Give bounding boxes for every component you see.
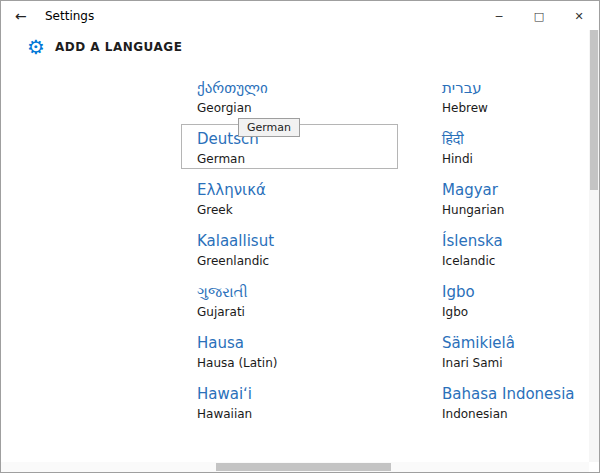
maximize-button[interactable]: □ xyxy=(519,1,559,31)
horizontal-scrollbar-thumb[interactable] xyxy=(216,463,391,471)
language-english-name: Inari Sami xyxy=(442,356,600,371)
language-native-name: हिंदी xyxy=(442,129,600,150)
language-native-name: Hausa xyxy=(197,333,382,354)
minimize-button[interactable]: ─ xyxy=(479,1,519,31)
page-header: ⚙ ADD A LANGUAGE xyxy=(1,31,599,63)
language-english-name: Indonesian xyxy=(442,407,600,422)
language-english-name: Igbo xyxy=(442,305,600,320)
language-english-name: Greenlandic xyxy=(197,254,382,269)
language-native-name: ქართული xyxy=(197,78,382,99)
language-english-name: Hebrew xyxy=(442,101,600,116)
language-english-name: Hungarian xyxy=(442,203,600,218)
language-tile-hawaiian[interactable]: Hawaiʻi Hawaiian xyxy=(181,379,398,424)
language-tile-gujarati[interactable]: ગુજરાતી Gujarati xyxy=(181,277,398,322)
language-tile-hindi[interactable]: हिंदी Hindi xyxy=(426,124,600,169)
language-tile-indonesian[interactable]: Bahasa Indonesia Indonesian xyxy=(426,379,600,424)
page-title: ADD A LANGUAGE xyxy=(55,40,182,54)
language-tile-hausa[interactable]: Hausa Hausa (Latin) xyxy=(181,328,398,373)
language-tile-icelandic[interactable]: Íslenska Icelandic xyxy=(426,226,600,271)
language-native-name: Ελληνικά xyxy=(197,180,382,201)
language-native-name: Hawaiʻi xyxy=(197,384,382,405)
gear-icon: ⚙ xyxy=(27,37,45,57)
language-tile-greek[interactable]: Ελληνικά Greek xyxy=(181,175,398,220)
language-english-name: Georgian xyxy=(197,101,382,116)
language-tile-hungarian[interactable]: Magyar Hungarian xyxy=(426,175,600,220)
back-icon[interactable]: ← xyxy=(15,8,33,24)
language-english-name: Hindi xyxy=(442,152,600,167)
language-english-name: Icelandic xyxy=(442,254,600,269)
language-tile-igbo[interactable]: Igbo Igbo xyxy=(426,277,600,322)
language-column-right: עברית Hebrew हिंदी Hindi Magyar Hungaria… xyxy=(426,73,600,430)
language-tile-greenlandic[interactable]: Kalaallisut Greenlandic xyxy=(181,226,398,271)
language-tile-georgian[interactable]: ქართული Georgian xyxy=(181,73,398,118)
language-native-name: Bahasa Indonesia xyxy=(442,384,600,405)
language-native-name: Kalaallisut xyxy=(197,231,382,252)
language-native-name: Íslenska xyxy=(442,231,600,252)
language-english-name: Greek xyxy=(197,203,382,218)
tooltip: German xyxy=(238,118,300,137)
language-native-name: Magyar xyxy=(442,180,600,201)
language-native-name: עברית xyxy=(442,78,600,99)
settings-window: ← Settings ─ □ ✕ ⚙ ADD A LANGUAGE German… xyxy=(0,0,600,473)
language-native-name: ગુજરાતી xyxy=(197,282,382,303)
language-english-name: Hausa (Latin) xyxy=(197,356,382,371)
language-native-name: Igbo xyxy=(442,282,600,303)
language-english-name: Hawaiian xyxy=(197,407,382,422)
window-title: Settings xyxy=(45,9,94,23)
language-tile-inari-sami[interactable]: Sämikielâ Inari Sami xyxy=(426,328,600,373)
close-button[interactable]: ✕ xyxy=(559,1,599,31)
vertical-scrollbar[interactable] xyxy=(589,30,599,462)
window-controls: ─ □ ✕ xyxy=(479,1,599,31)
language-native-name: Sämikielâ xyxy=(442,333,600,354)
language-tile-hebrew[interactable]: עברית Hebrew xyxy=(426,73,600,118)
titlebar: ← Settings ─ □ ✕ xyxy=(1,1,599,31)
vertical-scrollbar-thumb[interactable] xyxy=(590,30,598,190)
horizontal-scrollbar[interactable] xyxy=(1,462,589,472)
language-english-name: German xyxy=(197,152,382,167)
language-english-name: Gujarati xyxy=(197,305,382,320)
